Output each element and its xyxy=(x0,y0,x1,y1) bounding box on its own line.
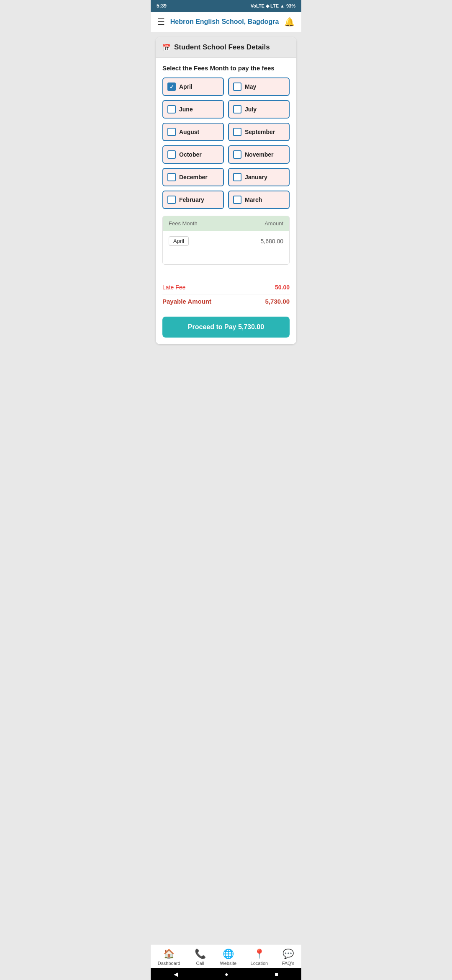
status-bar: 5:39 VoLTE ◆ LTE ▲ 93% xyxy=(151,0,301,12)
card-header: 📅 Student School Fees Details xyxy=(156,37,296,58)
main-content: 📅 Student School Fees Details Select the… xyxy=(151,32,301,349)
checkbox-february[interactable] xyxy=(167,196,176,204)
table-row: April 5,680.00 xyxy=(163,231,289,251)
month-july[interactable]: July xyxy=(228,100,290,119)
checkbox-march[interactable] xyxy=(233,196,241,204)
month-january-label: January xyxy=(245,174,267,181)
fees-amount-col-header: Amount xyxy=(265,220,283,227)
late-fee-label: Late Fee xyxy=(162,284,185,291)
section-label: Select the Fees Month to pay the fees xyxy=(162,64,290,72)
month-may-label: May xyxy=(245,83,256,90)
payable-amount: 5,730.00 xyxy=(265,298,290,305)
month-february[interactable]: February xyxy=(162,191,224,209)
month-june[interactable]: June xyxy=(162,100,224,119)
month-june-label: June xyxy=(179,106,193,113)
month-november[interactable]: November xyxy=(228,145,290,164)
payable-row: Payable Amount 5,730.00 xyxy=(162,294,290,308)
fees-row-month: April xyxy=(169,236,189,246)
app-title: Hebron English School, Bagdogra xyxy=(170,18,279,26)
late-fee-row: Late Fee 50.00 xyxy=(162,281,290,294)
month-march-label: March xyxy=(245,196,262,203)
fees-table-body: April 5,680.00 xyxy=(163,231,289,264)
top-nav: ☰ Hebron English School, Bagdogra 🔔 xyxy=(151,12,301,32)
fees-card: 📅 Student School Fees Details Select the… xyxy=(156,37,296,344)
pay-button-amount: 5,730.00 xyxy=(238,323,264,330)
month-december[interactable]: December xyxy=(162,168,224,186)
fees-table: Fees Month Amount April 5,680.00 xyxy=(162,216,290,265)
card-header-icon: 📅 xyxy=(162,44,171,52)
month-october[interactable]: October xyxy=(162,145,224,164)
pay-button[interactable]: Proceed to Pay 5,730.00 xyxy=(162,317,290,338)
card-body: Select the Fees Month to pay the fees Ap… xyxy=(156,58,296,277)
battery-indicator: 93% xyxy=(286,3,295,8)
fees-row-amount: 5,680.00 xyxy=(261,238,284,245)
checkbox-january[interactable] xyxy=(233,173,241,181)
month-september-label: September xyxy=(245,129,275,135)
month-grid: April May June July August xyxy=(162,77,290,209)
fees-table-header: Fees Month Amount xyxy=(163,216,289,231)
month-august[interactable]: August xyxy=(162,123,224,141)
checkbox-october[interactable] xyxy=(167,150,176,159)
fees-month-col-header: Fees Month xyxy=(169,220,198,227)
late-fee-amount: 50.00 xyxy=(275,284,290,291)
month-october-label: October xyxy=(179,151,202,158)
month-january[interactable]: January xyxy=(228,168,290,186)
checkbox-august[interactable] xyxy=(167,128,176,136)
checkbox-june[interactable] xyxy=(167,105,176,113)
card-header-title: Student School Fees Details xyxy=(174,43,270,52)
status-icons: VoLTE ◆ LTE ▲ 93% xyxy=(251,3,295,9)
time: 5:39 xyxy=(157,3,167,9)
month-august-label: August xyxy=(179,129,199,135)
signal-indicator: VoLTE ◆ LTE ▲ xyxy=(251,3,285,9)
month-april[interactable]: April xyxy=(162,77,224,96)
checkbox-september[interactable] xyxy=(233,128,241,136)
month-july-label: July xyxy=(245,106,257,113)
month-november-label: November xyxy=(245,151,273,158)
pay-button-label: Proceed to Pay xyxy=(188,323,238,330)
checkbox-november[interactable] xyxy=(233,150,241,159)
month-april-label: April xyxy=(179,83,193,90)
checkbox-july[interactable] xyxy=(233,105,241,113)
menu-icon[interactable]: ☰ xyxy=(157,17,165,27)
month-march[interactable]: March xyxy=(228,191,290,209)
checkbox-december[interactable] xyxy=(167,173,176,181)
summary-section: Late Fee 50.00 Payable Amount 5,730.00 xyxy=(156,277,296,314)
month-february-label: February xyxy=(179,196,204,203)
checkbox-may[interactable] xyxy=(233,83,241,91)
bell-icon[interactable]: 🔔 xyxy=(284,17,295,27)
month-december-label: December xyxy=(179,174,208,181)
payable-label: Payable Amount xyxy=(162,298,211,305)
month-september[interactable]: September xyxy=(228,123,290,141)
month-may[interactable]: May xyxy=(228,77,290,96)
checkbox-april[interactable] xyxy=(167,83,176,91)
